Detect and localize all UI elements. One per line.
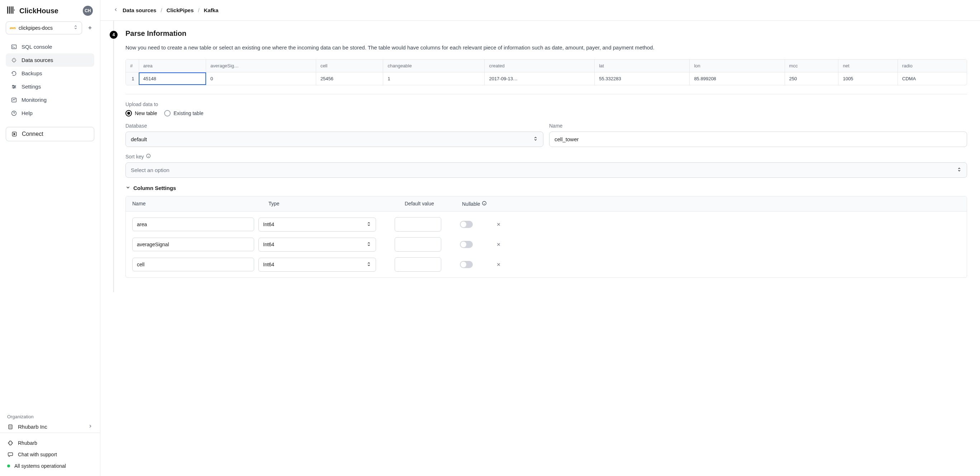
terminal-icon bbox=[11, 44, 17, 50]
name-label: Name bbox=[549, 123, 967, 129]
column-nullable-toggle[interactable] bbox=[445, 261, 487, 268]
col-changeable[interactable]: changeable bbox=[383, 59, 485, 72]
name-input[interactable]: cell_tower bbox=[549, 132, 967, 147]
svg-rect-12 bbox=[9, 425, 12, 429]
updown-icon bbox=[366, 262, 371, 268]
column-nullable-toggle[interactable] bbox=[445, 241, 487, 248]
nav-sql-console[interactable]: SQL console bbox=[6, 40, 94, 53]
add-service-button[interactable]: + bbox=[86, 24, 94, 32]
crumb-data-sources[interactable]: Data sources bbox=[123, 7, 156, 13]
cell-area[interactable]: 45148 bbox=[139, 72, 206, 85]
column-name-input[interactable]: area bbox=[132, 218, 254, 231]
info-icon[interactable] bbox=[482, 201, 487, 207]
sidebar: ClickHouse CH aws clickpipes-docs + SQL … bbox=[0, 0, 100, 476]
col-area[interactable]: area bbox=[139, 59, 206, 72]
svg-point-4 bbox=[14, 10, 15, 10]
column-name-input[interactable]: averageSignal bbox=[132, 238, 254, 251]
cell-cell[interactable]: 25456 bbox=[316, 72, 383, 85]
cell-lat[interactable]: 55.332283 bbox=[595, 72, 690, 85]
nav-monitoring[interactable]: Monitoring bbox=[6, 93, 94, 107]
column-default-input[interactable] bbox=[395, 237, 441, 252]
column-row: area Int64 bbox=[132, 214, 960, 234]
col-radio[interactable]: radio bbox=[897, 59, 967, 72]
cell-lon[interactable]: 85.899208 bbox=[690, 72, 784, 85]
radio-new-table[interactable]: New table bbox=[126, 110, 157, 116]
database-value: default bbox=[131, 136, 533, 142]
svg-rect-5 bbox=[12, 45, 16, 48]
cell-averagesignal[interactable]: 0 bbox=[206, 72, 316, 85]
avatar[interactable]: CH bbox=[83, 6, 93, 16]
help-icon bbox=[11, 110, 17, 116]
column-type-select[interactable]: Int64 bbox=[258, 218, 376, 232]
col-cell[interactable]: cell bbox=[316, 59, 383, 72]
col-created[interactable]: created bbox=[485, 59, 595, 72]
breadcrumb: Data sources / ClickPipes / Kafka bbox=[100, 0, 980, 21]
step-number-badge: 4 bbox=[110, 31, 118, 39]
database-select[interactable]: default bbox=[126, 132, 543, 147]
database-label: Database bbox=[126, 123, 543, 129]
nav-backups[interactable]: Backups bbox=[6, 67, 94, 80]
status-label: All systems operational bbox=[14, 463, 66, 469]
preview-table: # area averageSig… cell changeable creat… bbox=[126, 59, 967, 85]
column-nullable-toggle[interactable] bbox=[445, 221, 487, 228]
svg-point-8 bbox=[13, 88, 14, 88]
main: Data sources / ClickPipes / Kafka 4 Pars… bbox=[100, 0, 980, 476]
crumb-clickpipes[interactable]: ClickPipes bbox=[166, 7, 194, 13]
column-remove-button[interactable] bbox=[492, 222, 506, 227]
cell-mcc[interactable]: 250 bbox=[784, 72, 838, 85]
column-settings-toggle[interactable]: Column Settings bbox=[126, 185, 967, 191]
workspace-item[interactable]: Rhubarb bbox=[7, 437, 93, 449]
col-lat[interactable]: lat bbox=[595, 59, 690, 72]
sort-key-placeholder: Select an option bbox=[131, 167, 957, 173]
cell-changeable[interactable]: 1 bbox=[383, 72, 485, 85]
connect-button[interactable]: Connect bbox=[6, 127, 94, 141]
col-lon[interactable]: lon bbox=[690, 59, 784, 72]
col-net[interactable]: net bbox=[838, 59, 897, 72]
sort-key-row: Sort key Select an option bbox=[126, 153, 967, 178]
cell-created[interactable]: 2017-09-13… bbox=[485, 72, 595, 85]
upload-data-label: Upload data to bbox=[126, 102, 967, 107]
col-rownum: # bbox=[126, 59, 139, 72]
cell-net[interactable]: 1005 bbox=[838, 72, 897, 85]
service-select[interactable]: aws clickpipes-docs bbox=[6, 22, 82, 34]
nav-label: SQL console bbox=[22, 44, 52, 50]
column-default-input[interactable] bbox=[395, 217, 441, 232]
organization-item[interactable]: Rhubarb Inc bbox=[7, 423, 93, 430]
nav-data-sources[interactable]: Data sources bbox=[6, 53, 94, 67]
column-name-input[interactable]: cell bbox=[132, 258, 254, 271]
col-averagesignal[interactable]: averageSig… bbox=[206, 59, 316, 72]
column-remove-button[interactable] bbox=[492, 262, 506, 267]
step-description: Now you need to create a new table or se… bbox=[126, 43, 967, 52]
crumb-kafka[interactable]: Kafka bbox=[204, 7, 218, 13]
chevron-right-icon bbox=[88, 423, 93, 430]
col-header-type: Type bbox=[269, 201, 405, 207]
building-icon bbox=[7, 424, 14, 430]
column-type-select[interactable]: Int64 bbox=[258, 238, 376, 252]
info-icon[interactable] bbox=[146, 153, 151, 159]
support-label: Chat with support bbox=[18, 452, 57, 457]
cell-rownum: 1 bbox=[126, 72, 139, 85]
nav-settings[interactable]: Settings bbox=[6, 80, 94, 93]
content-area: 4 Parse Information Now you need to crea… bbox=[100, 21, 980, 292]
back-button[interactable] bbox=[113, 7, 118, 13]
nav-help[interactable]: Help bbox=[6, 107, 94, 120]
nav-section: SQL console Data sources Backups Setting… bbox=[0, 39, 100, 121]
step-title: Parse Information bbox=[126, 29, 967, 38]
column-default-input[interactable] bbox=[395, 257, 441, 272]
sort-key-label: Sort key bbox=[126, 153, 967, 159]
radio-existing-table[interactable]: Existing table bbox=[164, 110, 203, 116]
col-mcc[interactable]: mcc bbox=[784, 59, 838, 72]
status-item[interactable]: All systems operational bbox=[7, 460, 93, 472]
svg-point-6 bbox=[13, 85, 13, 86]
divider bbox=[126, 94, 967, 94]
sort-key-select[interactable]: Select an option bbox=[126, 162, 967, 178]
cell-radio[interactable]: CDMA bbox=[897, 72, 967, 85]
name-field: Name cell_tower bbox=[549, 123, 967, 147]
database-field: Database default bbox=[126, 123, 543, 147]
aws-provider-icon: aws bbox=[10, 26, 16, 30]
column-type-select[interactable]: Int64 bbox=[258, 258, 376, 272]
support-item[interactable]: Chat with support bbox=[7, 449, 93, 460]
service-name: clickpipes-docs bbox=[19, 25, 70, 31]
col-header-default: Default value bbox=[405, 201, 462, 207]
column-remove-button[interactable] bbox=[492, 242, 506, 247]
